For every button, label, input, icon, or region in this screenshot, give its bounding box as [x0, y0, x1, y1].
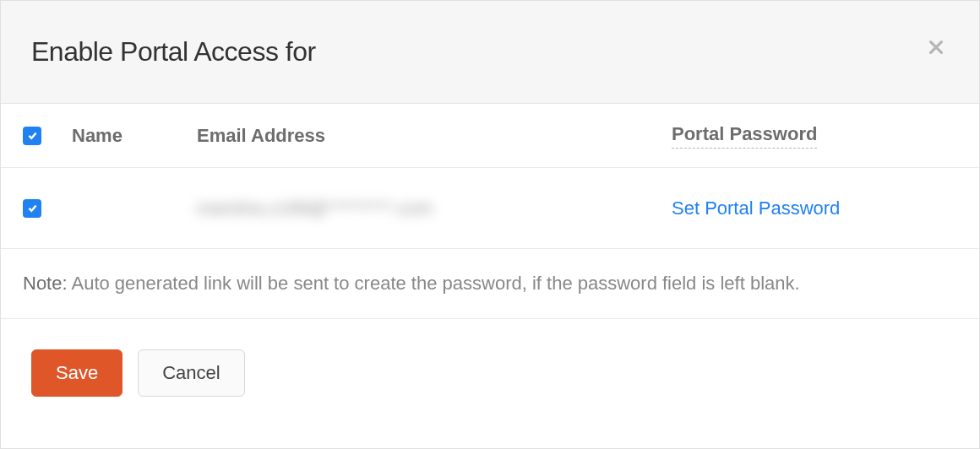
column-header-portal-password: Portal Password — [672, 123, 817, 149]
set-portal-password-link[interactable]: Set Portal Password — [672, 197, 840, 219]
note-label: Note: — [23, 273, 68, 294]
row-checkbox[interactable] — [23, 199, 41, 218]
close-icon[interactable] — [927, 38, 945, 57]
table-row: marisha.c198@*********.com Set Portal Pa… — [1, 168, 979, 249]
column-header-email: Email Address — [197, 125, 325, 146]
enable-portal-access-modal: Enable Portal Access for Name Email Addr… — [0, 0, 980, 449]
note-row: Note: Auto generated link will be sent t… — [1, 249, 979, 319]
modal-footer: Save Cancel — [1, 319, 979, 427]
row-email-value: marisha.c198@*********.com — [197, 197, 433, 219]
note-text: Auto generated link will be sent to crea… — [68, 273, 800, 294]
cancel-button[interactable]: Cancel — [138, 349, 244, 397]
select-all-checkbox[interactable] — [23, 127, 41, 145]
contacts-table: Name Email Address Portal Password maris… — [1, 104, 979, 249]
modal-header: Enable Portal Access for — [1, 1, 979, 104]
column-header-name: Name — [72, 125, 122, 146]
save-button[interactable]: Save — [31, 349, 122, 397]
modal-title: Enable Portal Access for — [31, 36, 949, 68]
table-header-row: Name Email Address Portal Password — [1, 104, 979, 168]
